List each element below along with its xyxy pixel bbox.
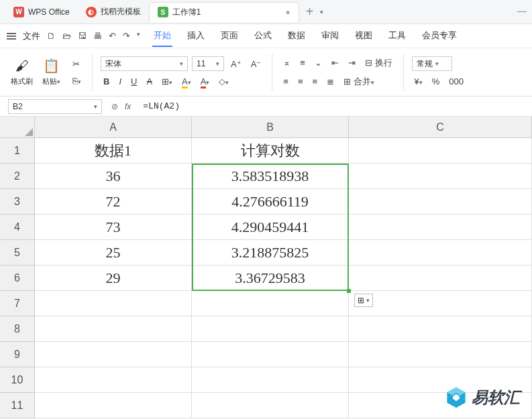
- row-header[interactable]: 7: [0, 291, 35, 316]
- cell[interactable]: 4.290459441: [192, 215, 349, 240]
- fx-icon[interactable]: fx: [125, 102, 131, 111]
- cell[interactable]: 3.36729583: [192, 265, 349, 291]
- tab-member[interactable]: 会员专享: [421, 25, 458, 47]
- cell[interactable]: 4.276666119: [192, 189, 349, 215]
- cell[interactable]: [349, 164, 532, 189]
- redo-icon[interactable]: ↷: [123, 31, 130, 41]
- align-center-button[interactable]: ≡: [295, 75, 306, 88]
- tab-page[interactable]: 页面: [219, 25, 240, 47]
- font-size-select[interactable]: 11▾: [192, 56, 224, 71]
- qat-dropdown-icon[interactable]: ▾: [137, 31, 140, 41]
- cell[interactable]: 3.583518938: [192, 164, 349, 189]
- cell[interactable]: [35, 367, 192, 393]
- cell[interactable]: 计算对数: [192, 138, 349, 164]
- new-icon[interactable]: 🗋: [47, 31, 56, 41]
- cell[interactable]: [349, 215, 532, 240]
- cell[interactable]: [35, 342, 192, 367]
- cell[interactable]: [349, 240, 532, 265]
- select-all-corner[interactable]: [0, 117, 35, 138]
- grow-font-button[interactable]: A⁺: [228, 58, 244, 70]
- print-icon[interactable]: 🖶: [93, 31, 102, 41]
- col-header-b[interactable]: B: [192, 117, 349, 138]
- col-header-a[interactable]: A: [35, 117, 192, 138]
- file-menu[interactable]: 文件: [23, 30, 40, 42]
- clear-format-button[interactable]: ◇▾: [216, 75, 231, 88]
- align-right-button[interactable]: ≡: [310, 75, 321, 88]
- tab-formula[interactable]: 公式: [253, 25, 273, 47]
- tab-review[interactable]: 审阅: [320, 25, 340, 47]
- open-icon[interactable]: 🗁: [62, 31, 71, 41]
- border-button[interactable]: ⊞▾: [159, 75, 175, 88]
- cell[interactable]: [35, 291, 192, 316]
- add-tab-button[interactable]: +: [299, 4, 321, 19]
- window-control-icon[interactable]: [517, 11, 527, 12]
- undo-icon[interactable]: ↶: [109, 31, 116, 41]
- cell[interactable]: [349, 189, 532, 215]
- align-left-button[interactable]: ≡: [280, 75, 291, 88]
- cell[interactable]: [192, 342, 349, 367]
- cell[interactable]: [192, 316, 349, 342]
- strike-button[interactable]: A: [144, 75, 155, 88]
- app-tab-template[interactable]: ◐ 找稻壳模板: [78, 2, 149, 21]
- underline-button[interactable]: U: [128, 75, 140, 88]
- row-header[interactable]: 8: [0, 316, 35, 342]
- formula-input[interactable]: =LN(A2): [140, 101, 524, 111]
- justify-button[interactable]: ≣: [324, 75, 337, 88]
- cell[interactable]: 73: [35, 215, 192, 240]
- wrap-text-button[interactable]: ⊟ 换行: [362, 56, 395, 70]
- cell[interactable]: [349, 265, 532, 291]
- number-format-select[interactable]: 常规▾: [412, 56, 452, 71]
- cell[interactable]: [349, 291, 532, 316]
- row-header[interactable]: 4: [0, 215, 35, 240]
- row-header[interactable]: 10: [0, 367, 35, 393]
- cell[interactable]: [349, 138, 532, 164]
- cell[interactable]: [349, 316, 532, 342]
- cell[interactable]: 数据1: [35, 138, 192, 164]
- align-middle-button[interactable]: ≡: [297, 56, 308, 69]
- cell[interactable]: [349, 342, 532, 367]
- fill-color-button[interactable]: А▾: [179, 75, 194, 88]
- app-tab-workbook[interactable]: S 工作簿1 ●: [149, 2, 299, 22]
- row-header[interactable]: 6: [0, 265, 35, 291]
- font-color-button[interactable]: A▾: [198, 75, 213, 88]
- increase-indent-button[interactable]: ⇥: [345, 56, 358, 69]
- thousands-button[interactable]: 000: [446, 75, 466, 88]
- cell[interactable]: [192, 393, 349, 418]
- row-header[interactable]: 2: [0, 164, 35, 189]
- cell[interactable]: [192, 291, 349, 316]
- decrease-indent-button[interactable]: ⇤: [329, 56, 341, 69]
- font-name-select[interactable]: 宋体▾: [101, 56, 188, 71]
- tab-insert[interactable]: 插入: [186, 25, 206, 47]
- hamburger-icon[interactable]: [7, 33, 16, 40]
- cancel-icon[interactable]: ⊘: [111, 102, 118, 111]
- tab-tools[interactable]: 工具: [387, 25, 407, 47]
- copy-icon[interactable]: ⎘▾: [70, 74, 84, 87]
- tab-data[interactable]: 数据: [286, 25, 307, 47]
- shrink-font-button[interactable]: A⁻: [248, 58, 264, 70]
- name-box[interactable]: B2 ▾: [8, 99, 102, 114]
- app-tab-wps[interactable]: W WPS Office: [5, 3, 78, 21]
- save-icon[interactable]: 🖫: [78, 31, 87, 41]
- cell[interactable]: [192, 367, 349, 393]
- cell[interactable]: 29: [35, 265, 192, 291]
- cell[interactable]: 36: [35, 164, 192, 189]
- row-header[interactable]: 11: [0, 393, 35, 418]
- cut-icon[interactable]: ✂: [70, 58, 83, 70]
- row-header[interactable]: 5: [0, 240, 35, 265]
- tab-dropdown-icon[interactable]: ▾: [320, 9, 323, 15]
- bold-button[interactable]: B: [101, 75, 112, 88]
- cell[interactable]: [35, 393, 192, 418]
- cell[interactable]: [35, 316, 192, 342]
- cell[interactable]: 25: [35, 240, 192, 265]
- row-header[interactable]: 1: [0, 138, 35, 164]
- percent-button[interactable]: %: [429, 75, 443, 88]
- format-painter-button[interactable]: 🖌 格式刷: [11, 58, 33, 86]
- italic-button[interactable]: I: [116, 75, 124, 88]
- tab-view[interactable]: 视图: [354, 25, 374, 47]
- row-header[interactable]: 9: [0, 342, 35, 367]
- merge-button[interactable]: ⊞ 合并▾: [341, 74, 377, 89]
- autofill-options-button[interactable]: ⊞▾: [354, 294, 373, 307]
- fill-handle[interactable]: [347, 289, 351, 293]
- cell[interactable]: 72: [35, 189, 192, 215]
- col-header-c[interactable]: C: [349, 117, 532, 138]
